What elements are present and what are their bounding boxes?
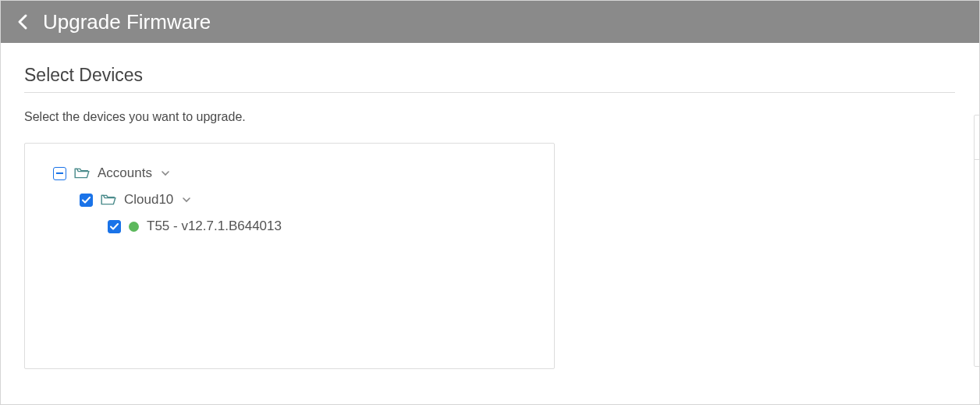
page-header: Upgrade Firmware [1,1,979,43]
tree-row-device[interactable]: T55 - v12.7.1.B644013 [108,218,538,234]
section-title-row: Select Devices [24,65,955,93]
check-icon [110,223,119,230]
tree-label: Accounts [98,165,152,181]
wizard-step-list: Select Firmware Version Select Devices S… [975,160,980,366]
folder-open-icon [74,167,90,179]
chevron-left-icon [16,12,29,31]
wizard-step-heading: Step 2 of 4 [975,115,980,160]
tree-row-accounts[interactable]: Accounts [53,165,538,181]
chevron-down-icon[interactable] [162,171,169,176]
section-title: Select Devices [24,65,955,92]
tree-row-account[interactable]: Cloud10 [80,192,538,208]
tree-label: T55 - v12.7.1.B644013 [147,218,282,234]
status-online-icon [129,222,139,232]
main-column: Select Devices Select the devices you wa… [24,65,955,369]
checkbox-checked[interactable] [108,220,121,233]
folder-open-icon [101,194,116,206]
tree-label: Cloud10 [124,192,173,208]
page-title: Upgrade Firmware [43,10,211,34]
check-icon [82,197,91,204]
device-tree-panel: Accounts Cloud10 [24,143,555,369]
back-button[interactable] [16,12,29,31]
checkbox-indeterminate[interactable] [53,167,66,180]
instruction-text: Select the devices you want to upgrade. [24,110,955,124]
wizard-step-panel: Step 2 of 4 Select Firmware Version Sele… [974,115,980,367]
checkbox-checked[interactable] [80,194,93,207]
chevron-down-icon[interactable] [183,197,190,203]
content-area: Select Devices Select the devices you wa… [1,43,979,369]
